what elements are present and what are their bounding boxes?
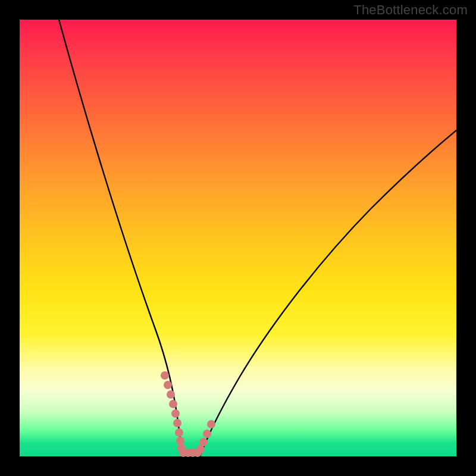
plot-area	[20, 20, 456, 456]
chart-frame: TheBottleneck.com	[0, 0, 476, 476]
watermark-text: TheBottleneck.com	[353, 2, 468, 18]
svg-point-13	[196, 445, 205, 453]
svg-point-4	[171, 409, 180, 418]
curves-layer	[20, 20, 456, 456]
svg-point-16	[207, 420, 215, 428]
svg-point-3	[169, 400, 177, 408]
svg-point-7	[176, 437, 184, 445]
svg-point-2	[167, 390, 175, 399]
svg-point-5	[173, 419, 181, 427]
svg-point-1	[164, 381, 172, 389]
svg-point-0	[161, 371, 169, 380]
bottom-marker-band	[161, 371, 215, 457]
svg-point-14	[199, 438, 208, 446]
left-curve	[59, 20, 183, 456]
right-curve	[200, 130, 456, 456]
svg-point-15	[203, 430, 211, 438]
svg-point-6	[175, 428, 183, 437]
